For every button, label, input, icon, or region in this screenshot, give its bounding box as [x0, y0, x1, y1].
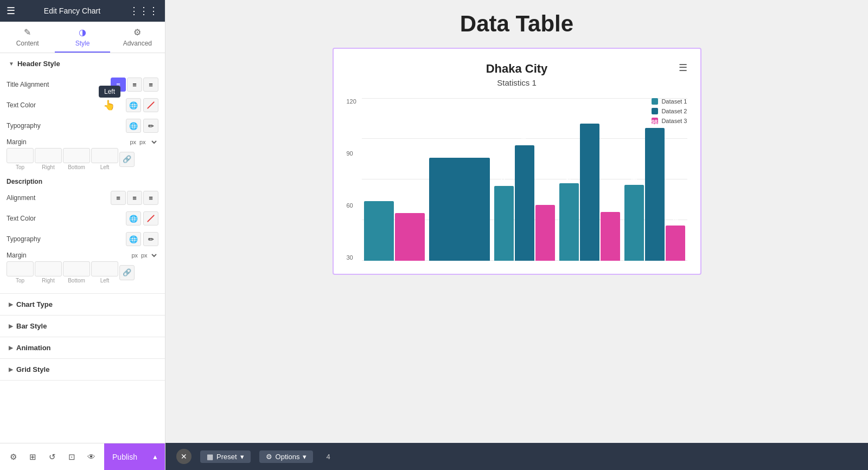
bar-label-3-3: 41 [542, 196, 548, 202]
tab-content-label: Content [16, 40, 39, 47]
sidebar-header: ☰ Edit Fancy Chart ⋮⋮⋮ [0, 0, 165, 22]
page-title: Data Table [187, 11, 846, 37]
header-margin-right[interactable] [35, 148, 62, 163]
chart-menu-icon[interactable]: ☰ [679, 62, 687, 74]
preset-chevron: ▾ [240, 453, 244, 461]
desc-text-color-pick-btn[interactable] [143, 211, 158, 226]
bar-label-1-1: 44 [375, 192, 381, 198]
desc-margin-link-btn[interactable]: 🔗 [119, 265, 135, 280]
chart-subtitle: Statistics 1 [347, 78, 687, 87]
desc-typography-row: Typography 🌐 ✏ [7, 229, 158, 249]
desc-margin-inputs: Top Right Bottom Left 🔗 [7, 261, 158, 284]
desc-margin-top-wrap: Top [7, 261, 34, 284]
sidebar-title: Edit Fancy Chart [44, 7, 100, 15]
header-text-color-pick-btn[interactable] [143, 98, 158, 112]
expand-icon[interactable]: ▲ [145, 443, 165, 471]
section-grid-style-toggle[interactable]: ▶ Grid Style [0, 359, 165, 380]
options-label: Options [276, 453, 300, 461]
tab-content[interactable]: ✎ Content [0, 22, 55, 53]
desc-margin-unit-select[interactable]: px em [139, 252, 158, 259]
header-margin-link-btn[interactable]: 🔗 [119, 152, 135, 167]
desc-margin-top[interactable] [7, 261, 34, 276]
desc-margin-unit-label: px [131, 252, 138, 259]
bar-label-5-3: 26 [672, 217, 678, 223]
chevron-right-icon: ▶ [9, 301, 13, 307]
header-text-color-row: Text Color 🌐 [7, 95, 158, 115]
bottom-bar-close-btn[interactable]: ✕ [176, 449, 192, 464]
content-icon: ✎ [24, 27, 31, 37]
bottom-bar: ✕ ▦ Preset ▾ ⚙ Options ▾ 4 [165, 443, 868, 470]
bar-group-3: 55 85 41 [494, 145, 555, 261]
publish-button[interactable]: Publish [104, 443, 145, 471]
header-margin-left[interactable] [91, 148, 118, 163]
bottom-bar-preset-btn[interactable]: ▦ Preset ▾ [200, 450, 251, 463]
header-typography-row: Typography 🌐 ✏ [7, 115, 158, 136]
chart-container: ☰ Dhaka City Statistics 1 30 60 90 120 [333, 48, 701, 275]
section-animation-toggle[interactable]: ▶ Animation [0, 337, 165, 358]
bottom-bar-page-num: 4 [326, 453, 330, 461]
settings-icon[interactable]: ⚙ [4, 448, 22, 466]
section-bar-style-toggle[interactable]: ▶ Bar Style [0, 316, 165, 337]
chart-inner: 44 35 76 [362, 98, 687, 261]
desc-text-color-global-btn[interactable]: 🌐 [126, 211, 141, 226]
bar-3-3: 41 [535, 205, 555, 261]
header-typography-global-btn[interactable]: 🌐 [126, 119, 141, 133]
tab-advanced-label: Advanced [123, 40, 152, 47]
section-chart-type-toggle[interactable]: ▶ Chart Type [0, 294, 165, 315]
header-margin-bottom[interactable] [63, 148, 90, 163]
grid-icon[interactable]: ⋮⋮⋮ [129, 5, 158, 17]
desc-margin-right-label: Right [42, 278, 54, 284]
align-right-btn[interactable]: ≡ [143, 78, 158, 92]
header-margin-top[interactable] [7, 148, 34, 163]
section-animation: ▶ Animation [0, 337, 165, 359]
desc-margin-bottom[interactable] [63, 261, 90, 276]
desc-typography-global-btn[interactable]: 🌐 [126, 232, 141, 246]
bar-5-1: 56 [624, 185, 644, 261]
align-left-btn[interactable]: ≡ [111, 78, 126, 92]
section-header-style-toggle[interactable]: ▼ Header Style [0, 53, 165, 74]
sidebar-tabs: ✎ Content ◑ Style ⚙ Advanced [0, 22, 165, 53]
bar-group-2: 76 [429, 158, 490, 261]
desc-margin-label: Margin [7, 252, 27, 259]
chevron-right-icon-2: ▶ [9, 323, 13, 329]
chevron-right-icon-4: ▶ [9, 366, 13, 372]
menu-icon[interactable]: ☰ [7, 5, 15, 17]
header-text-color-global-btn[interactable]: 🌐 [126, 98, 141, 112]
desc-typography-edit-btn[interactable]: ✏ [143, 232, 158, 246]
section-bar-style: ▶ Bar Style [0, 316, 165, 337]
desc-align-right-btn[interactable]: ≡ [143, 191, 158, 205]
header-style-body: Title Alignment ≡ ≡ ≡ Text Color 🌐 [0, 74, 165, 293]
desc-text-color-row: Text Color 🌐 [7, 208, 158, 229]
tab-style[interactable]: ◑ Style [55, 22, 110, 53]
bars-row: 44 35 76 [362, 98, 687, 261]
history-icon[interactable]: ↺ [43, 448, 61, 466]
preset-label: Preset [216, 453, 237, 461]
tab-advanced[interactable]: ⚙ Advanced [110, 22, 165, 53]
header-margin-unit-select[interactable]: px em rem [137, 138, 158, 146]
bar-4-1: 57 [559, 183, 579, 261]
desc-margin-left[interactable] [91, 261, 118, 276]
animation-label: Animation [16, 344, 51, 352]
main-content: Data Table ☰ Dhaka City Statistics 1 30 … [165, 0, 868, 470]
responsive-icon[interactable]: ⊡ [63, 448, 80, 466]
desc-margin-bottom-label: Bottom [68, 278, 85, 284]
grid-style-label: Grid Style [16, 365, 49, 374]
align-center-btn[interactable]: ≡ [127, 78, 142, 92]
desc-text-color-btns: 🌐 [126, 211, 158, 226]
bottom-bar-options-btn[interactable]: ⚙ Options ▾ [259, 450, 314, 463]
desc-align-left-btn[interactable]: ≡ [111, 191, 126, 205]
title-alignment-row: Title Alignment ≡ ≡ ≡ [7, 74, 158, 95]
layers-icon[interactable]: ⊞ [24, 448, 41, 466]
preview-icon[interactable]: 👁 [82, 448, 100, 466]
desc-align-center-btn[interactable]: ≡ [127, 191, 142, 205]
footer-icons: ⚙ ⊞ ↺ ⊡ 👁 [0, 448, 104, 466]
header-typography-label: Typography [7, 122, 41, 130]
desc-margin-right[interactable] [35, 261, 62, 276]
header-typography-edit-btn[interactable]: ✏ [143, 119, 158, 133]
y-label-60: 60 [347, 202, 358, 209]
y-label-30: 30 [347, 254, 358, 261]
header-margin-right-label: Right [42, 164, 54, 170]
bar-label-4-1: 57 [566, 175, 572, 181]
bar-1-1: 44 [364, 201, 394, 261]
desc-margin-bottom-wrap: Bottom [63, 261, 90, 284]
